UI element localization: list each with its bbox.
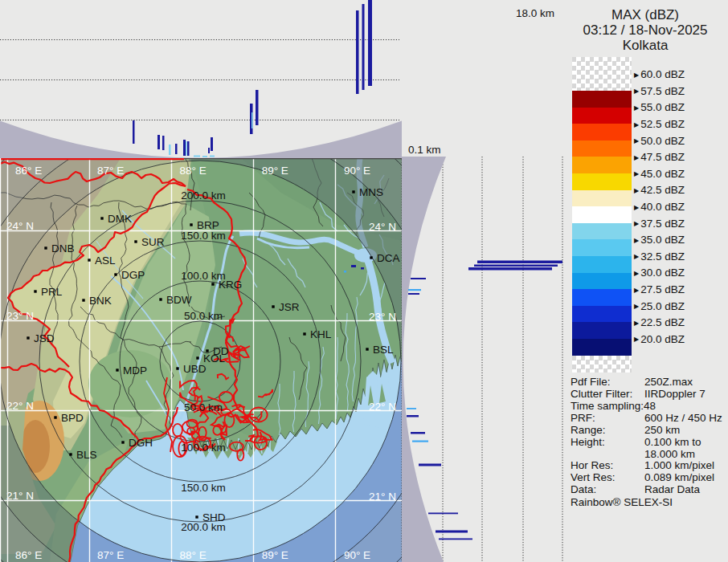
svg-text:87° E: 87° E bbox=[97, 165, 124, 177]
svg-text:23° N: 23° N bbox=[6, 310, 34, 322]
svg-text:100.0 km: 100.0 km bbox=[181, 442, 226, 454]
svg-text:89° E: 89° E bbox=[262, 549, 288, 561]
svg-text:24° N: 24° N bbox=[369, 221, 396, 233]
svg-text:PRL: PRL bbox=[41, 286, 63, 298]
svg-text:22° N: 22° N bbox=[6, 400, 34, 412]
svg-text:JSR: JSR bbox=[279, 301, 300, 313]
svg-text:KHL: KHL bbox=[310, 328, 332, 340]
svg-text:88° E: 88° E bbox=[180, 549, 207, 561]
svg-text:87° E: 87° E bbox=[97, 549, 124, 561]
svg-text:21° N: 21° N bbox=[369, 491, 396, 503]
svg-text:KOL: KOL bbox=[203, 352, 226, 364]
svg-text:SUR: SUR bbox=[141, 236, 165, 248]
svg-text:BRP: BRP bbox=[197, 219, 219, 231]
svg-text:86° E: 86° E bbox=[15, 165, 42, 177]
svg-text:90° E: 90° E bbox=[344, 549, 370, 561]
svg-text:BPD: BPD bbox=[61, 412, 84, 424]
svg-text:86° E: 86° E bbox=[15, 549, 42, 561]
svg-text:MNS: MNS bbox=[359, 186, 383, 198]
svg-text:22° N: 22° N bbox=[369, 401, 396, 413]
svg-text:200.0 km: 200.0 km bbox=[181, 189, 226, 202]
svg-text:DMK: DMK bbox=[108, 213, 132, 225]
svg-text:BNK: BNK bbox=[89, 295, 112, 307]
svg-text:KRG: KRG bbox=[219, 279, 242, 291]
svg-text:BDW: BDW bbox=[166, 294, 192, 306]
svg-text:89° E: 89° E bbox=[262, 165, 288, 177]
svg-text:50.0 km: 50.0 km bbox=[184, 310, 223, 322]
svg-text:150.0 km: 150.0 km bbox=[181, 482, 226, 494]
svg-text:88° E: 88° E bbox=[180, 165, 207, 177]
svg-text:UBD: UBD bbox=[183, 363, 207, 375]
svg-text:DNB: DNB bbox=[51, 242, 75, 255]
svg-text:BLS: BLS bbox=[76, 449, 97, 461]
svg-text:DGP: DGP bbox=[121, 269, 145, 281]
svg-text:MDP: MDP bbox=[123, 364, 147, 377]
svg-text:ASL: ASL bbox=[95, 255, 116, 267]
svg-text:BSL: BSL bbox=[373, 344, 394, 356]
svg-text:50.0 km: 50.0 km bbox=[184, 401, 223, 413]
svg-text:DCA: DCA bbox=[377, 252, 400, 264]
svg-text:90° E: 90° E bbox=[344, 165, 370, 177]
svg-text:24° N: 24° N bbox=[6, 220, 34, 232]
svg-text:SHD: SHD bbox=[202, 511, 226, 523]
svg-text:23° N: 23° N bbox=[369, 311, 396, 323]
svg-text:150.0 km: 150.0 km bbox=[181, 230, 226, 242]
svg-text:21° N: 21° N bbox=[6, 490, 34, 502]
svg-text:JSD: JSD bbox=[34, 332, 55, 344]
svg-text:DGH: DGH bbox=[129, 437, 153, 449]
